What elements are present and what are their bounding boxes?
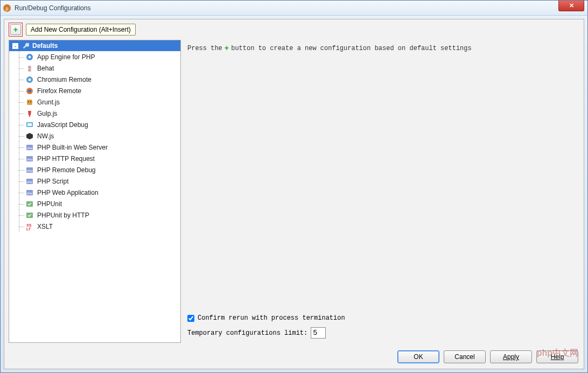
svg-point-11 xyxy=(30,101,31,102)
grunt-icon xyxy=(25,98,34,107)
php-icon: php xyxy=(25,177,34,186)
plus-icon: + xyxy=(225,44,229,53)
help-button[interactable]: Help xyxy=(536,350,578,363)
svg-point-3 xyxy=(28,66,31,69)
gulp-icon xyxy=(25,109,34,118)
temp-limit-option: Temporary configurations limit: xyxy=(187,327,575,339)
tree-item[interactable]: NW.js xyxy=(9,130,180,142)
php-icon: php xyxy=(25,166,34,174)
cancel-button[interactable]: Cancel xyxy=(444,350,486,363)
svg-rect-4 xyxy=(28,69,31,72)
dialog-window: p Run/Debug Configurations ✕ + Add New C… xyxy=(0,0,588,373)
tree-item[interactable]: Behat xyxy=(9,62,180,74)
phpunit-icon xyxy=(25,211,34,220)
svg-text:php: php xyxy=(27,192,33,195)
nwjs-icon xyxy=(25,132,34,140)
tree-item[interactable]: phpPHP HTTP Request xyxy=(9,153,180,164)
tree-item[interactable]: phpPHP Web Application xyxy=(9,187,180,198)
hint-suffix: button to create a new configuration bas… xyxy=(231,45,471,52)
ok-button[interactable]: OK xyxy=(397,350,439,363)
collapse-icon[interactable]: - xyxy=(12,43,18,49)
main-content: - Defaults App Engine for PHPBehatChromi… xyxy=(9,40,579,343)
tree-item[interactable]: Gulp.js xyxy=(9,108,180,119)
svg-rect-9 xyxy=(27,100,32,105)
tree-item-label: PHP HTTP Request xyxy=(37,155,95,163)
php-icon: php xyxy=(25,143,34,152)
svg-text:p: p xyxy=(5,6,8,11)
hint-prefix: Press the xyxy=(187,45,222,52)
tree-root-label: Defaults xyxy=(32,42,58,50)
behat-icon xyxy=(25,64,34,73)
spacer xyxy=(185,55,577,312)
svg-point-10 xyxy=(28,101,29,102)
app-icon: p xyxy=(3,4,11,12)
tree-item[interactable]: Firefox Remote xyxy=(9,85,180,96)
add-configuration-button[interactable]: + xyxy=(10,24,21,35)
php-icon: php xyxy=(25,154,34,163)
svg-text:php: php xyxy=(27,169,33,172)
dialog-buttons: OK Cancel Apply Help xyxy=(4,347,584,369)
tree-item[interactable]: JavaScript Debug xyxy=(9,119,180,130)
svg-point-8 xyxy=(28,89,31,93)
svg-text:XS: XS xyxy=(26,223,32,227)
svg-text:php: php xyxy=(27,180,33,184)
tree-item[interactable]: phpPHP Built-in Web Server xyxy=(9,142,180,153)
tree-item[interactable]: Chromium Remote xyxy=(9,74,180,85)
window-title: Run/Debug Configurations xyxy=(15,4,90,12)
firefox-icon xyxy=(25,87,34,95)
tree-item-label: Firefox Remote xyxy=(37,87,81,95)
tree-item-label: NW.js xyxy=(37,132,54,140)
plus-icon: + xyxy=(13,25,18,34)
tree-item-label: Chromium Remote xyxy=(37,76,92,83)
tree-item[interactable]: phpPHP Script xyxy=(9,175,180,187)
svg-point-6 xyxy=(29,78,31,81)
tree-item-label: App Engine for PHP xyxy=(37,53,95,61)
svg-rect-12 xyxy=(29,115,30,117)
tree-item-label: PHP Built-in Web Server xyxy=(37,144,108,151)
svg-rect-14 xyxy=(27,123,32,126)
create-config-hint: Press the + button to create a new confi… xyxy=(185,42,577,55)
tree-item-label: Behat xyxy=(37,65,54,72)
appengine-icon xyxy=(25,53,34,61)
tree-item-label: PHPUnit xyxy=(37,200,62,208)
close-icon: ✕ xyxy=(569,2,574,9)
tree-item-label: PHP Script xyxy=(37,178,68,185)
tree-item[interactable]: App Engine for PHP xyxy=(9,51,180,62)
phpunit-icon xyxy=(25,200,34,208)
details-pane: Press the + button to create a new confi… xyxy=(185,40,579,343)
chromium-icon xyxy=(25,75,34,84)
tree-item-label: PHP Web Application xyxy=(37,189,99,196)
xslt-icon: XSLT xyxy=(25,222,34,231)
confirm-rerun-option[interactable]: Confirm rerun with process termination xyxy=(187,314,575,322)
tree-item[interactable]: PHPUnit xyxy=(9,198,180,209)
apply-button[interactable]: Apply xyxy=(490,350,532,363)
php-icon: php xyxy=(25,188,34,197)
tree-item-label: Grunt.js xyxy=(37,98,60,106)
temp-limit-label: Temporary configurations limit: xyxy=(187,329,307,337)
dialog-body: + Add New Configuration (Alt+Insert) - D… xyxy=(4,19,584,369)
tree-item-label: PHPUnit by HTTP xyxy=(37,212,89,219)
tree-item-label: XSLT xyxy=(37,223,53,230)
tree-item-label: Gulp.js xyxy=(37,110,57,117)
svg-marker-15 xyxy=(26,133,33,139)
titlebar[interactable]: p Run/Debug Configurations ✕ xyxy=(1,1,587,16)
tree-item[interactable]: Grunt.js xyxy=(9,96,180,108)
configurations-tree[interactable]: - Defaults App Engine for PHPBehatChromi… xyxy=(9,40,181,343)
temp-limit-input[interactable] xyxy=(311,327,326,339)
add-button-highlight: + xyxy=(9,23,23,37)
tree-item-label: JavaScript Debug xyxy=(37,121,88,129)
tree-item[interactable]: phpPHP Remote Debug xyxy=(9,164,180,175)
svg-text:php: php xyxy=(27,146,33,150)
tree-item[interactable]: PHPUnit by HTTP xyxy=(9,209,180,221)
confirm-rerun-label: Confirm rerun with process termination xyxy=(198,314,345,322)
svg-text:LT: LT xyxy=(26,227,31,231)
close-button[interactable]: ✕ xyxy=(558,1,584,11)
default-options: Confirm rerun with process termination T… xyxy=(185,312,577,341)
svg-text:php: php xyxy=(27,158,33,161)
confirm-rerun-checkbox[interactable] xyxy=(187,315,194,322)
jsdebug-icon xyxy=(25,121,34,129)
toolbar: + Add New Configuration (Alt+Insert) xyxy=(4,19,584,37)
tree-item-label: PHP Remote Debug xyxy=(37,166,96,174)
tree-root-defaults[interactable]: - Defaults xyxy=(9,40,180,51)
tree-item[interactable]: XSLTXSLT xyxy=(9,221,180,232)
